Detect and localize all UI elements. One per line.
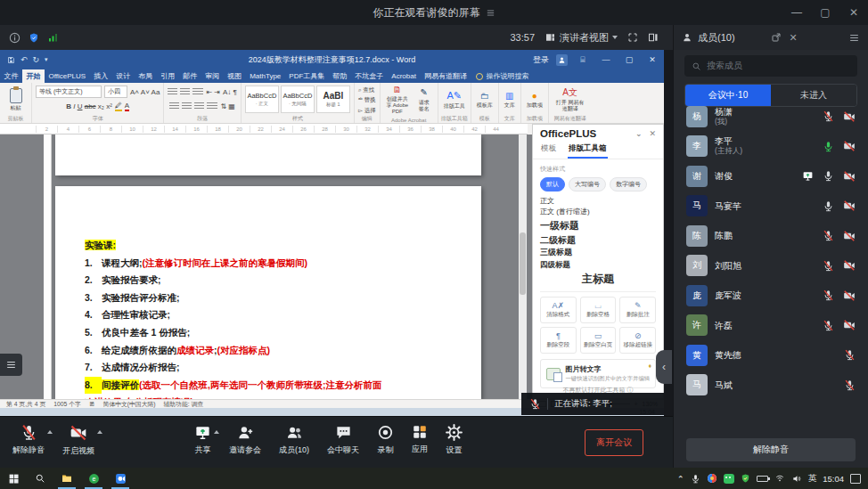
leave-meeting-button[interactable]: 离开会议 (585, 429, 643, 456)
file-explorer-icon[interactable] (53, 468, 80, 489)
caret-up-icon[interactable] (47, 430, 53, 434)
mic-muted-icon[interactable] (823, 320, 834, 331)
security-shield-icon[interactable] (29, 32, 39, 44)
ribbon-tab-MathType[interactable]: MathType (246, 69, 285, 83)
font-format-icons[interactable]: B I U abc x₂ x² 🖉 A (66, 99, 129, 113)
member-row-谢俊[interactable]: 谢谢俊 (674, 161, 868, 192)
member-row-许磊[interactable]: 许许磊 (674, 311, 868, 341)
camera-off-icon[interactable] (843, 110, 856, 123)
select-button[interactable]: ▻ 选择 (358, 105, 376, 115)
control-share[interactable]: 共享 (194, 424, 211, 457)
ribbon-tab-邮件[interactable]: 邮件 (179, 69, 201, 83)
style-preview-1[interactable]: AaBbCcD· 正文 (245, 86, 279, 113)
mic-muted-icon[interactable] (844, 349, 856, 361)
control-apps[interactable]: 应用 (412, 424, 428, 457)
redo-icon[interactable]: ↻ (33, 55, 40, 64)
horizontal-ruler[interactable]: 2468101214161820222426283032343638404244 (0, 124, 528, 134)
member-row-马宴芊[interactable]: 马马宴芊 (674, 192, 868, 222)
quick-style-正文 (首行缩进)[interactable]: 正文 (首行缩进) (540, 207, 656, 217)
clock[interactable]: 15:04 (823, 474, 844, 484)
tool-删除空段[interactable]: ¶删除空段 (540, 327, 577, 354)
pane-collapse-icon[interactable]: ⌄ (635, 129, 643, 138)
font-name-select[interactable]: 等线 (中文正文) (36, 86, 102, 98)
caret-up-icon[interactable] (97, 430, 102, 434)
popout-icon[interactable] (771, 32, 782, 43)
tray-mic-icon[interactable] (691, 474, 700, 484)
maximize-button[interactable]: ▢ (811, 0, 839, 25)
floating-menu-button[interactable] (0, 354, 22, 376)
find-button[interactable]: ⌕ 查找 (358, 85, 376, 94)
member-row-马斌[interactable]: 马马斌 (674, 371, 868, 401)
image-to-text-card[interactable]: 图片转文字 一键快速识别图片中的文字并编辑 ♦ (540, 359, 656, 388)
word-count[interactable]: 1005 个字 (53, 400, 81, 409)
control-members[interactable]: 成员(10) (279, 424, 309, 457)
ribbon-tab-文件[interactable]: 文件 (0, 69, 22, 83)
account-avatar[interactable] (556, 54, 568, 66)
meeting-app-icon[interactable] (107, 468, 134, 489)
antivirus-icon[interactable] (741, 473, 750, 484)
word-minimize-button[interactable]: — (598, 55, 614, 64)
font-size-select[interactable]: 小四 (104, 86, 127, 98)
ribbon-tab-网易有道翻译[interactable]: 网易有道翻译 (420, 69, 471, 83)
word-maximize-button[interactable]: ▢ (621, 55, 637, 64)
member-row-陈鹏[interactable]: 陈陈鹏 (674, 221, 868, 251)
document-scrollbar[interactable] (519, 134, 527, 399)
ribbon-tab-视图[interactable]: 视图 (224, 69, 246, 83)
tool-移除超链接[interactable]: ⊘移除超链接 (619, 327, 656, 354)
addin-button[interactable]: ● 加载项 (525, 91, 545, 109)
camera-off-icon[interactable] (843, 230, 856, 242)
mic-muted-icon[interactable] (823, 260, 834, 272)
quick-style-正文[interactable]: 正文 (540, 196, 656, 207)
ribbon-tab-开始[interactable]: 开始 (22, 69, 45, 83)
ribbon-tab-引用[interactable]: 引用 (157, 69, 179, 83)
caret-up-icon[interactable] (214, 430, 219, 434)
volume-icon[interactable] (791, 474, 802, 484)
style-chip-数字编号[interactable]: 数字编号 (610, 177, 647, 192)
close-button[interactable]: ✕ (839, 0, 868, 25)
camera-off-icon[interactable] (843, 200, 856, 212)
camera-off-icon[interactable] (843, 140, 856, 152)
meeting-info-icon[interactable] (9, 32, 20, 44)
start-button[interactable] (0, 468, 27, 489)
wifi-icon[interactable] (774, 474, 785, 483)
language-indicator[interactable]: 简体中文(中国大陆) (103, 400, 156, 409)
ribbon-tab-不坑盒子[interactable]: 不坑盒子 (351, 69, 388, 83)
quick-style-四级标题[interactable]: 四级标题 (540, 259, 656, 271)
member-row-杨潇[interactable]: 杨杨潇(我) (674, 102, 868, 132)
officeplus-tab-toolbox[interactable]: 排版工具箱 (568, 142, 608, 159)
control-record[interactable]: 录制 (377, 424, 394, 457)
panel-collapse-handle[interactable]: ‹ (656, 350, 672, 384)
alignment-icons[interactable]: ⇅ ▦ (169, 99, 234, 113)
ribbon-tab-帮助[interactable]: 帮助 (329, 69, 351, 83)
control-invite[interactable]: 邀请参会 (229, 424, 261, 457)
control-cam-muted[interactable]: 开启视频 (62, 424, 94, 457)
style-preview-3[interactable]: AaBl标题 1 (316, 86, 350, 113)
page-indicator[interactable]: 第 4 页,共 4 页 (6, 400, 45, 409)
mic-muted-icon[interactable] (823, 110, 834, 122)
control-settings[interactable]: 设置 (446, 424, 463, 457)
officeplus-tab-template[interactable]: 模板 (540, 142, 557, 159)
tray-expand-icon[interactable]: ⌃ (677, 474, 684, 484)
member-row-庞军波[interactable]: 庞庞军波 (674, 281, 868, 311)
tool-删除空格[interactable]: ⌴删除空格 (580, 297, 617, 323)
quick-style-主标题[interactable]: 主标题 (540, 271, 656, 288)
quick-style-一级标题[interactable]: 一级标题 (540, 218, 656, 233)
side-panel-icon[interactable] (648, 32, 659, 43)
request-signature-button[interactable]: ✎ 请求 签名 (414, 87, 434, 111)
list-indent-icons[interactable]: ⇤ ⇥A↓ ¶ (168, 85, 237, 99)
mic-active-icon[interactable] (823, 141, 834, 152)
mic-muted-icon[interactable] (823, 289, 834, 301)
word-close-button[interactable]: ✕ (644, 55, 660, 64)
ribbon-tab-审阅[interactable]: 审阅 (201, 69, 224, 83)
youdao-translate-button[interactable]: A文 打开 网易有道翻译 (553, 87, 588, 111)
mic-on-icon[interactable] (823, 200, 834, 212)
replace-button[interactable]: ᵃᵇ 替换 (358, 94, 376, 104)
qq-icon[interactable] (707, 473, 717, 484)
camera-off-icon[interactable] (843, 170, 856, 183)
view-mode-selector[interactable]: 演讲者视图 (545, 31, 618, 45)
ribbon-tab-布局[interactable]: 布局 (135, 69, 157, 83)
camera-off-icon[interactable] (843, 289, 856, 302)
control-chat[interactable]: 会中聊天 (327, 424, 359, 457)
pane-close-icon[interactable]: ✕ (649, 129, 656, 138)
fullscreen-icon[interactable] (627, 32, 638, 43)
